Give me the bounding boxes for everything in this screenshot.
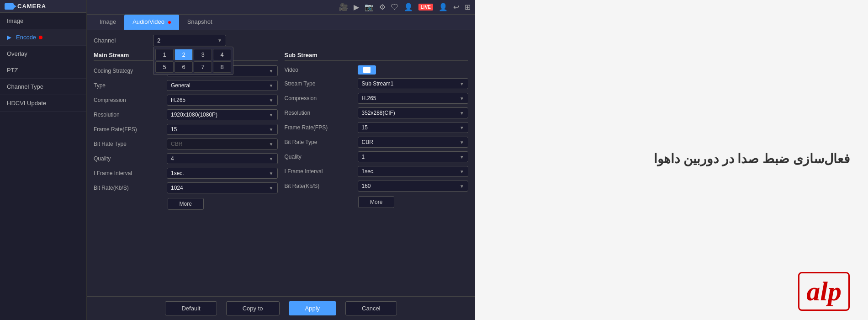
- main-bitrateKB-select[interactable]: 1024 ▼: [167, 182, 278, 193]
- sub-iframe-label: I Frame Interval: [285, 168, 358, 175]
- user-icon[interactable]: 👤: [404, 3, 413, 11]
- main-bitrate-type-select[interactable]: CBR ▼: [167, 139, 278, 149]
- playback-icon[interactable]: ▶: [354, 3, 359, 11]
- sub-framerate-value: 15: [362, 124, 368, 131]
- main-compression-row: Compression H.265 ▼: [94, 95, 278, 106]
- sub-video-toggle[interactable]: [358, 65, 376, 75]
- channel-option-8[interactable]: 8: [213, 61, 231, 73]
- channel-dropdown-arrow: ▼: [217, 38, 222, 43]
- default-button[interactable]: Default: [165, 301, 217, 315]
- sidebar-item-image[interactable]: Image: [0, 13, 86, 29]
- sub-iframe-arrow: ▼: [460, 169, 464, 174]
- main-type-value: General: [171, 82, 191, 89]
- toolbar-icons: 🎥 ▶ 📷 ⚙ 🛡 👤 LIVE 👤 ↩ ⊞: [339, 3, 471, 11]
- main-more-button[interactable]: More: [168, 198, 204, 210]
- copy-to-button[interactable]: Copy to: [226, 301, 280, 315]
- settings-icon[interactable]: ⚙: [379, 3, 386, 11]
- logo-a: a: [806, 276, 820, 306]
- channel-option-7[interactable]: 7: [194, 61, 212, 73]
- main-content: 🎥 ▶ 📷 ⚙ 🛡 👤 LIVE 👤 ↩ ⊞ Image Audio/Video…: [87, 0, 475, 320]
- tab-audio-video[interactable]: Audio/Video: [124, 15, 179, 30]
- sub-bitrateKB-value: 160: [362, 183, 371, 189]
- sub-stream-type-label: Stream Type: [285, 80, 358, 87]
- sidebar-item-hdcvi-label: HDCVI Update: [7, 100, 46, 107]
- camera-icon: [5, 3, 14, 10]
- sub-bitrateKB-row: Bit Rate(Kb/S) 160 ▼: [285, 181, 469, 192]
- sub-bitrate-type-select[interactable]: CBR ▼: [358, 137, 469, 148]
- main-type-row: Type General ▼: [94, 80, 278, 91]
- sub-framerate-arrow: ▼: [460, 125, 464, 130]
- sidebar-item-overlay[interactable]: Overlay: [0, 46, 86, 62]
- sidebar-item-overlay-label: Overlay: [7, 50, 27, 57]
- main-type-select[interactable]: General ▼: [167, 80, 278, 91]
- sub-resolution-select[interactable]: 352x288(CIF) ▼: [358, 107, 469, 118]
- account-icon[interactable]: 👤: [439, 3, 448, 11]
- exit-icon[interactable]: ↩: [453, 3, 459, 11]
- channel-option-6[interactable]: 6: [175, 61, 193, 73]
- main-compression-arrow: ▼: [269, 98, 274, 103]
- sub-framerate-select[interactable]: 15 ▼: [358, 122, 469, 133]
- main-toolbar: 🎥 ▶ 📷 ⚙ 🛡 👤 LIVE 👤 ↩ ⊞: [87, 0, 475, 15]
- main-framerate-select[interactable]: 15 ▼: [167, 124, 278, 135]
- tab-snapshot-label: Snapshot: [187, 18, 212, 25]
- channel-option-5[interactable]: 5: [155, 61, 174, 73]
- channel-option-3[interactable]: 3: [194, 49, 212, 60]
- sub-stream-header: Sub Stream: [285, 52, 469, 61]
- right-panel: فعال‌سازی ضبط صدا در دوربین داهوا alp: [475, 0, 868, 320]
- live-badge: LIVE: [418, 4, 433, 11]
- sub-quality-select[interactable]: 1 ▼: [358, 151, 469, 162]
- form-area: Channel 2 ▼ 1 2 3 4 5 6 7 8 Main Stream: [87, 30, 475, 296]
- channel-option-4[interactable]: 4: [213, 49, 231, 60]
- shield-icon[interactable]: 🛡: [391, 3, 398, 11]
- sub-framerate-row: Frame Rate(FPS) 15 ▼: [285, 122, 469, 133]
- main-framerate-row: Frame Rate(FPS) 15 ▼: [94, 124, 278, 135]
- main-bitrateKB-label: Bit Rate(Kb/S): [94, 185, 167, 191]
- main-type-label: Type: [94, 82, 167, 89]
- logo-p: p: [828, 276, 842, 306]
- sub-bitrateKB-select[interactable]: 160 ▼: [358, 181, 469, 192]
- tabs-bar: Image Audio/Video Snapshot: [87, 15, 475, 30]
- video-icon[interactable]: 🎥: [339, 3, 348, 11]
- sidebar-item-ptz-label: PTZ: [7, 67, 18, 74]
- main-bitrate-type-value: CBR: [171, 141, 182, 147]
- main-framerate-label: Frame Rate(FPS): [94, 126, 167, 133]
- channel-value: 2: [157, 37, 160, 44]
- channel-dropdown-menu: 1 2 3 4 5 6 7 8: [153, 47, 233, 75]
- sub-compression-label: Compression: [285, 95, 358, 101]
- sidebar: CAMERA Image ▶ Encode Overlay PTZ Channe…: [0, 0, 87, 320]
- channel-select[interactable]: 2 ▼: [153, 35, 226, 46]
- channel-option-1[interactable]: 1: [155, 49, 174, 60]
- main-quality-select[interactable]: 4 ▼: [167, 153, 278, 164]
- sidebar-item-hdcvi[interactable]: HDCVI Update: [0, 95, 86, 112]
- sub-compression-select[interactable]: H.265 ▼: [358, 93, 469, 104]
- sub-bitrate-type-arrow: ▼: [460, 140, 464, 145]
- main-compression-select[interactable]: H.265 ▼: [167, 95, 278, 106]
- sub-more-button[interactable]: More: [358, 196, 394, 208]
- channel-label: Channel: [94, 37, 153, 44]
- snapshot-icon-btn[interactable]: 📷: [365, 3, 374, 11]
- apply-button[interactable]: Apply: [289, 301, 337, 315]
- sidebar-item-ptz[interactable]: PTZ: [0, 62, 86, 79]
- channel-option-2[interactable]: 2: [175, 49, 193, 60]
- sidebar-item-encode[interactable]: ▶ Encode: [0, 29, 86, 46]
- main-iframe-select[interactable]: 1sec. ▼: [167, 168, 278, 179]
- fullscreen-icon[interactable]: ⊞: [465, 3, 471, 11]
- main-quality-row: Quality 4 ▼: [94, 153, 278, 164]
- sub-framerate-label: Frame Rate(FPS): [285, 124, 358, 131]
- sidebar-item-channel-type[interactable]: Channel Type: [0, 79, 86, 95]
- sub-quality-arrow: ▼: [460, 155, 464, 160]
- tab-snapshot[interactable]: Snapshot: [179, 15, 221, 30]
- main-type-arrow: ▼: [269, 83, 274, 88]
- sidebar-item-encode-label: Encode: [16, 34, 36, 41]
- tab-image[interactable]: Image: [91, 15, 124, 30]
- streams-container: Main Stream Coding Strategy AI Codec ▼ T…: [94, 52, 468, 210]
- arrow-icon: ▶: [7, 34, 11, 41]
- sub-compression-value: H.265: [362, 95, 376, 101]
- sub-iframe-select[interactable]: 1sec. ▼: [358, 166, 469, 177]
- main-stream-section: Main Stream Coding Strategy AI Codec ▼ T…: [94, 52, 278, 210]
- sub-stream-type-value: Sub Stream1: [362, 80, 394, 87]
- main-iframe-value: 1sec.: [171, 170, 184, 176]
- sub-stream-type-select[interactable]: Sub Stream1 ▼: [358, 78, 469, 89]
- main-resolution-select[interactable]: 1920x1080(1080P) ▼: [167, 109, 278, 120]
- cancel-button[interactable]: Cancel: [345, 301, 397, 315]
